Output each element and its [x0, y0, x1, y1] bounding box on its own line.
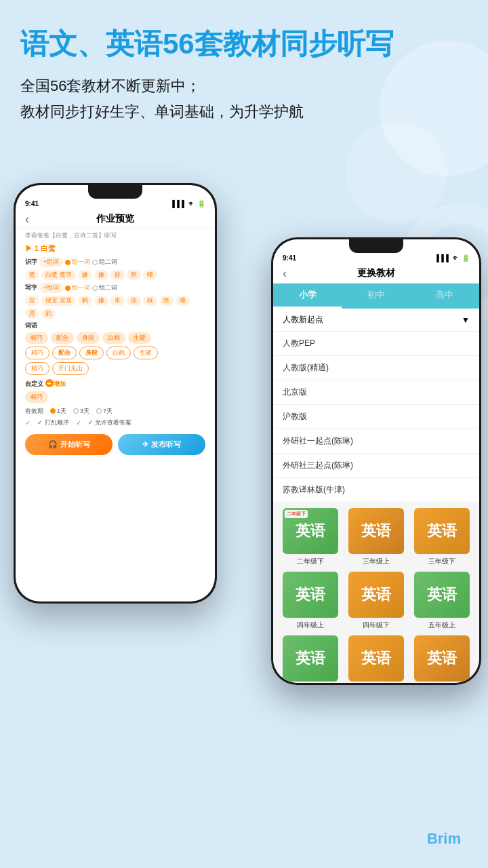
book-grade6-up[interactable]: 英语 六年级上 — [346, 635, 406, 683]
dropdown-selected: 人教新起点 — [283, 314, 323, 326]
menu-item-2[interactable]: 人教版(精通) — [273, 356, 479, 380]
book-grade5-down[interactable]: 英语 五年级下 — [280, 635, 340, 683]
check-row: ✓ ✓ 打乱顺序 ✓ ✓ 允许查看答案 — [16, 417, 215, 429]
menu-item-6[interactable]: 外研社三起点(陈琳) — [273, 454, 479, 478]
check2-label: ✓ 允许查看答案 — [88, 418, 132, 427]
custom-add-icon[interactable]: + — [45, 379, 54, 387]
publish-label: 发布听写 — [151, 439, 181, 450]
left-nav-back[interactable]: ‹ — [25, 212, 29, 226]
books-grid: 英语 二年级下 二年级下 英语 三年级上 — [273, 502, 479, 683]
book-grade6-down[interactable]: 英语 六年级下 — [412, 635, 472, 683]
right-phone-nav: ‹ 更换教材 — [273, 264, 479, 283]
word-tags-3: 精巧 开门见山 — [16, 361, 215, 376]
recognize-chars: 鹭 白鹭 鹭羽 嫌 嫌 嵌 匣 嗜 — [16, 269, 215, 281]
custom-add-label[interactable]: 增加 — [54, 380, 66, 387]
recognize-label: 识字 — [25, 258, 37, 267]
menu-item-1[interactable]: 人教PEP — [273, 332, 479, 356]
menu-item-4[interactable]: 沪教版 — [273, 405, 479, 429]
publish-icon: ✈ — [142, 440, 148, 449]
validity-label: 有效期 — [25, 407, 43, 416]
header-section: 语文、英语56套教材同步听写 全国56套教材不断更新中； 教材同步打好生字、单词… — [20, 27, 468, 124]
phone-left: 9:41 ▌▌▌ ᯤ 🔋 ‹ 作业预览 李蓉爸爸【白鹭，古诗二首】听写 ▶ 1 … — [14, 183, 217, 604]
tab-middle[interactable]: 初中 — [342, 283, 410, 309]
phone-notch-left — [88, 185, 142, 199]
phone-right-inner: 9:41 ▌▌▌ ᯤ 🔋 ‹ 更换教材 小学 初中 高中 人教新起点 ▼ 人教 — [273, 239, 479, 683]
book-cover-grade5-down: 英语 — [283, 635, 338, 682]
book-grade4-down[interactable]: 英语 四年级下 — [346, 572, 406, 630]
write-label: 写字 — [25, 283, 37, 292]
word-tags-2: 精巧 配合 身段 白鹤 生硬 — [16, 345, 215, 361]
write-opt2: 组二词 — [92, 283, 117, 292]
left-phone-nav: ‹ 作业预览 — [16, 210, 215, 229]
book-cover-grade3-down: 英语 — [414, 508, 470, 554]
write-add[interactable]: +组词 — [39, 283, 63, 293]
book-cover-grade6-up: 英语 — [348, 635, 404, 682]
bottom-buttons: 🎧 开始听写 ✈ 发布听写 — [16, 430, 215, 462]
validity-3day[interactable]: 3天 — [73, 407, 89, 416]
book-badge-1: 二年级下 — [285, 510, 308, 518]
recognize-add[interactable]: +组词 — [39, 257, 63, 267]
book-label-grade4-down: 四年级下 — [363, 620, 390, 630]
validity-row: 有效期 1天 3天 7天 — [16, 404, 215, 417]
left-status-time: 9:41 — [25, 200, 39, 208]
recognize-opt2: 组二词 — [92, 258, 117, 267]
left-signal-icons: ▌▌▌ ᯤ 🔋 — [172, 200, 205, 208]
left-nav-title: 作业预览 — [96, 213, 134, 225]
check2: ✓ — [76, 419, 81, 427]
check1-label: ✓ 打乱顺序 — [37, 418, 69, 427]
phone-notch-right — [349, 239, 403, 253]
book-cover-grade2-down: 英语 二年级下 — [283, 508, 338, 554]
tab-primary[interactable]: 小学 — [273, 283, 342, 309]
sub-title: 全国56套教材不断更新中； 教材同步打好生字、单词基础，为升学护航 — [20, 73, 468, 124]
book-cover-grade6-down: 英语 — [414, 635, 470, 682]
book-label-grade3-up: 三年级上 — [363, 557, 390, 566]
right-signal-icons: ▌▌▌ ᯤ 🔋 — [436, 254, 470, 262]
custom-section: 自定义 +增加 — [16, 376, 215, 390]
menu-item-5[interactable]: 外研社一起点(陈琳) — [273, 429, 479, 454]
menu-item-7[interactable]: 苏教译林版(牛津) — [273, 478, 479, 502]
dropdown-row[interactable]: 人教新起点 ▼ — [273, 309, 479, 332]
validity-1day[interactable]: 1天 — [50, 407, 66, 416]
book-cover-grade4-down: 英语 — [348, 572, 404, 618]
menu-list: 人教PEP 人教版(精通) 北京版 沪教版 外研社一起点(陈琳) 外研社三起点(… — [273, 332, 479, 502]
recognize-opt1: 组一词 — [65, 258, 90, 267]
sub-line2: 教材同步打好生字、单词基础，为升学护航 — [20, 103, 304, 120]
left-phone-subtitle: 李蓉爸爸【白鹭，古诗二首】听写 — [16, 229, 215, 241]
app-name-label: Brim — [427, 830, 461, 848]
start-icon: 🎧 — [48, 440, 58, 449]
book-cover-grade4-up: 英语 — [283, 572, 338, 618]
validity-7day[interactable]: 7天 — [96, 407, 113, 416]
phone-right: 9:41 ▌▌▌ ᯤ 🔋 ‹ 更换教材 小学 初中 高中 人教新起点 ▼ 人教 — [271, 237, 481, 685]
section1-header: ▶ 1 白鹭 — [16, 241, 215, 256]
check1: ✓ — [25, 419, 30, 427]
custom-tags: 精巧 — [16, 390, 215, 404]
sub-line1: 全国56套教材不断更新中； — [20, 77, 201, 94]
book-grade5-up[interactable]: 英语 五年级上 — [412, 572, 472, 630]
book-grade4-up[interactable]: 英语 四年级上 — [280, 572, 340, 630]
publish-button[interactable]: ✈ 发布听写 — [118, 434, 205, 455]
book-cover-grade3-up: 英语 — [348, 508, 404, 554]
write-row: 写字 +组词 组一词 组二词 — [16, 281, 215, 294]
book-grade3-up[interactable]: 英语 三年级上 — [346, 508, 406, 566]
recognize-row: 识字 +组词 组一词 组二词 — [16, 256, 215, 269]
book-label-grade5-up: 五年级上 — [428, 620, 455, 630]
word-tags-1: 精巧 配合 身段 白鹤 生硬 — [16, 331, 215, 345]
start-button[interactable]: 🎧 开始听写 — [25, 434, 113, 455]
book-grade2-down[interactable]: 英语 二年级下 二年级下 — [280, 508, 340, 566]
tabs-row: 小学 初中 高中 — [273, 283, 479, 309]
write-chars: 宜 便宜 宜居 鹤 嫌 朱 嵌 框 匣 嗜 — [16, 294, 215, 307]
right-status-time: 9:41 — [283, 254, 296, 262]
write-opt1: 组一词 — [65, 283, 90, 292]
word-section: 词语 — [16, 320, 215, 331]
book-label-grade3-down: 三年级下 — [428, 557, 455, 566]
menu-item-3[interactable]: 北京版 — [273, 380, 479, 405]
phone-left-inner: 9:41 ▌▌▌ ᯤ 🔋 ‹ 作业预览 李蓉爸爸【白鹭，古诗二首】听写 ▶ 1 … — [16, 185, 215, 601]
start-label: 开始听写 — [60, 439, 90, 450]
book-cover-grade5-up: 英语 — [414, 572, 470, 618]
book-label-grade2-down: 二年级下 — [297, 557, 324, 566]
book-grade3-down[interactable]: 英语 三年级下 — [412, 508, 472, 566]
write-chars2: 恩 韵 — [16, 307, 215, 320]
right-nav-title: 更换教材 — [357, 267, 395, 279]
tab-high[interactable]: 高中 — [411, 283, 479, 309]
right-nav-back[interactable]: ‹ — [283, 267, 287, 281]
